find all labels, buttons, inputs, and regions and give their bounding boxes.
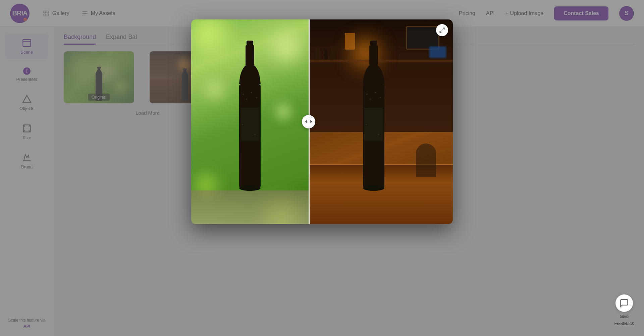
svg-point-15 (243, 94, 244, 95)
svg-rect-11 (246, 45, 254, 65)
feedback-icon (615, 294, 633, 312)
bottle-right (357, 41, 390, 203)
svg-rect-25 (364, 108, 383, 141)
svg-point-16 (246, 99, 247, 100)
svg-point-28 (375, 92, 376, 93)
svg-point-27 (370, 99, 371, 100)
svg-point-30 (366, 124, 367, 125)
svg-rect-21 (370, 41, 377, 45)
compare-modal (191, 19, 453, 224)
drag-handle[interactable] (302, 115, 315, 128)
svg-rect-22 (369, 45, 378, 65)
svg-point-17 (251, 92, 252, 93)
svg-point-31 (378, 134, 379, 135)
svg-point-24 (363, 185, 384, 191)
svg-point-20 (254, 134, 256, 135)
feedback-text-feedback: FeedBack (614, 321, 634, 326)
compare-left (191, 19, 309, 224)
compare-right (309, 19, 453, 224)
svg-rect-14 (240, 108, 259, 141)
feedback-text-give: Give (620, 314, 629, 319)
svg-point-26 (366, 94, 368, 95)
svg-point-19 (242, 124, 243, 125)
svg-rect-10 (247, 41, 253, 45)
svg-point-29 (380, 97, 381, 98)
expand-button[interactable] (436, 24, 448, 36)
svg-point-13 (239, 185, 261, 191)
svg-point-18 (256, 97, 257, 98)
bottle-left (233, 41, 267, 203)
feedback-button[interactable]: Give FeedBack (614, 294, 634, 326)
